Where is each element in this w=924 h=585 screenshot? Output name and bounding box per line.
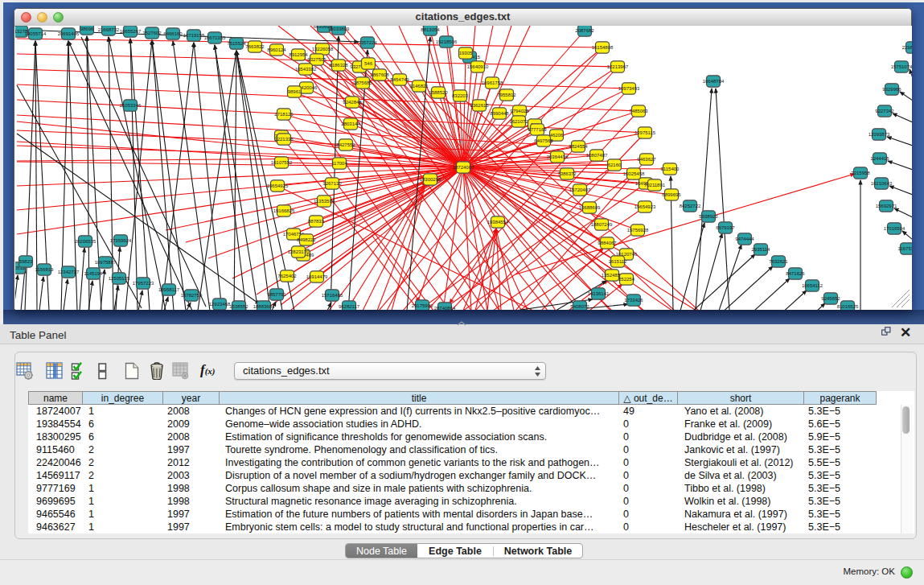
svg-text:3215958: 3215958 xyxy=(851,171,870,175)
svg-text:9115400: 9115400 xyxy=(661,167,680,171)
svg-text:10975887: 10975887 xyxy=(95,260,117,265)
svg-text:2867608: 2867608 xyxy=(370,72,389,77)
svg-text:19756928: 19756928 xyxy=(627,228,649,233)
svg-text:59823: 59823 xyxy=(19,259,33,264)
svg-text:9146821: 9146821 xyxy=(409,84,429,89)
svg-text:16543382: 16543382 xyxy=(295,67,317,72)
svg-text:8498222: 8498222 xyxy=(297,237,316,242)
svg-text:12213967: 12213967 xyxy=(607,64,629,69)
svg-text:9463627: 9463627 xyxy=(637,157,656,162)
svg-text:9857791: 9857791 xyxy=(267,292,286,297)
svg-text:3267130: 3267130 xyxy=(322,181,342,186)
svg-text:20364436: 20364436 xyxy=(547,154,569,159)
svg-text:12342737: 12342737 xyxy=(58,270,80,274)
svg-text:19166825: 19166825 xyxy=(273,208,295,213)
svg-text:10973493: 10973493 xyxy=(618,86,640,91)
svg-text:19654925: 19654925 xyxy=(267,183,289,188)
svg-text:1527602: 1527602 xyxy=(142,31,162,35)
svg-text:1538552: 1538552 xyxy=(229,304,248,309)
svg-text:10719155: 10719155 xyxy=(183,33,205,38)
svg-text:9329966: 9329966 xyxy=(882,87,901,92)
svg-text:22981052: 22981052 xyxy=(902,45,912,50)
svg-text:8912954: 8912954 xyxy=(289,52,308,57)
svg-text:3875685: 3875685 xyxy=(353,80,372,85)
svg-text:12975115: 12975115 xyxy=(634,130,656,135)
svg-text:12093873: 12093873 xyxy=(869,132,890,137)
svg-text:10807487: 10807487 xyxy=(586,153,608,158)
svg-text:1145194: 1145194 xyxy=(84,271,104,276)
svg-text:6679197: 6679197 xyxy=(716,225,735,230)
svg-text:1362615: 1362615 xyxy=(470,103,489,108)
svg-text:832203: 832203 xyxy=(452,93,469,98)
svg-text:16671355: 16671355 xyxy=(204,35,226,40)
svg-text:12823170: 12823170 xyxy=(288,249,310,254)
svg-text:21668732: 21668732 xyxy=(98,27,120,32)
svg-text:10958117: 10958117 xyxy=(158,287,180,292)
svg-text:28740864: 28740864 xyxy=(434,306,456,310)
svg-text:2935114: 2935114 xyxy=(752,247,771,252)
svg-text:16782759: 16782759 xyxy=(181,293,203,298)
svg-text:8960124: 8960124 xyxy=(267,47,286,52)
svg-text:29175900: 29175900 xyxy=(412,303,433,308)
svg-text:12505135: 12505135 xyxy=(109,276,130,281)
svg-text:6466160: 6466160 xyxy=(163,31,183,36)
svg-text:8186328: 8186328 xyxy=(329,63,348,68)
svg-text:117004: 117004 xyxy=(331,161,347,166)
svg-text:6497568: 6497568 xyxy=(534,138,553,143)
svg-text:17016504: 17016504 xyxy=(884,226,906,231)
svg-text:20691406: 20691406 xyxy=(58,31,80,36)
svg-text:2087682: 2087682 xyxy=(575,28,594,33)
svg-text:9884067: 9884067 xyxy=(598,241,617,245)
svg-text:62160: 62160 xyxy=(608,163,622,167)
svg-text:16914479: 16914479 xyxy=(306,274,328,279)
svg-text:8454749: 8454749 xyxy=(390,77,409,82)
svg-text:16154808: 16154808 xyxy=(592,45,614,50)
svg-text:96282117: 96282117 xyxy=(339,304,360,309)
svg-text:81016525: 81016525 xyxy=(837,304,859,309)
svg-text:1156819: 1156819 xyxy=(35,267,55,272)
svg-text:8427552: 8427552 xyxy=(336,142,355,147)
svg-text:7625402: 7625402 xyxy=(277,274,297,278)
svg-text:7663822: 7663822 xyxy=(245,44,265,49)
svg-text:16033809: 16033809 xyxy=(328,27,350,31)
svg-text:10025458: 10025458 xyxy=(623,171,645,176)
svg-text:20206535: 20206535 xyxy=(75,239,97,244)
svg-text:16107552: 16107552 xyxy=(271,160,293,165)
svg-text:19305: 19305 xyxy=(459,51,473,56)
svg-text:15716485: 15716485 xyxy=(322,293,343,298)
svg-text:1167533: 1167533 xyxy=(898,246,912,251)
svg-text:546: 546 xyxy=(364,61,373,66)
svg-text:5938923: 5938923 xyxy=(699,214,718,219)
svg-text:9794028: 9794028 xyxy=(510,109,529,113)
svg-text:2803144: 2803144 xyxy=(341,122,360,126)
svg-text:84252722: 84252722 xyxy=(680,204,701,208)
svg-text:16961758: 16961758 xyxy=(482,80,503,85)
svg-text:9777169: 9777169 xyxy=(528,127,547,132)
svg-text:7955812: 7955812 xyxy=(497,93,516,97)
svg-text:7485063: 7485063 xyxy=(629,109,648,113)
svg-text:9327505: 9327505 xyxy=(307,57,326,62)
svg-text:18300295: 18300295 xyxy=(420,177,441,182)
svg-text:98961: 98961 xyxy=(288,89,302,94)
svg-text:15720407: 15720407 xyxy=(569,187,591,192)
svg-text:12923468: 12923468 xyxy=(209,302,231,307)
svg-text:8813054: 8813054 xyxy=(421,27,440,32)
svg-text:17359924: 17359924 xyxy=(110,238,132,243)
svg-text:19218506: 19218506 xyxy=(436,39,458,44)
svg-text:1733426: 1733426 xyxy=(624,298,643,303)
svg-text:1615112: 1615112 xyxy=(609,259,628,264)
svg-text:15692971: 15692971 xyxy=(876,204,897,208)
svg-text:17957223: 17957223 xyxy=(133,281,154,286)
svg-text:8990448: 8990448 xyxy=(490,111,509,116)
svg-text:19654923: 19654923 xyxy=(634,204,656,209)
svg-text:14055714: 14055714 xyxy=(25,31,47,36)
svg-text:9227342: 9227342 xyxy=(875,109,894,113)
svg-text:18883684: 18883684 xyxy=(253,304,275,309)
svg-text:1621072: 1621072 xyxy=(509,119,528,124)
svg-text:9245652: 9245652 xyxy=(821,296,840,301)
svg-text:1221338: 1221338 xyxy=(274,137,294,142)
svg-text:46206: 46206 xyxy=(550,133,564,138)
svg-text:887833: 887833 xyxy=(308,219,325,224)
svg-text:21053346: 21053346 xyxy=(120,103,142,108)
svg-text:7386372: 7386372 xyxy=(557,171,577,176)
